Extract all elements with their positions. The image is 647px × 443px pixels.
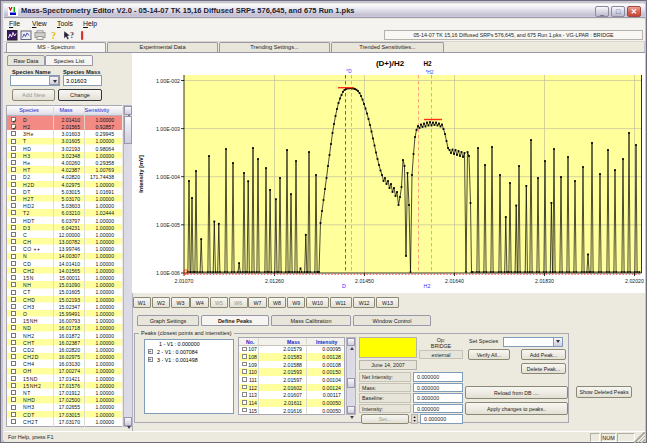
svg-text:2.01830: 2.01830: [535, 278, 554, 284]
svg-text:(D+)/H2: (D+)/H2: [376, 59, 405, 68]
svg-text:D: D: [342, 283, 346, 289]
svg-text:2.01450: 2.01450: [355, 278, 374, 284]
svg-text:2.01260: 2.01260: [265, 278, 284, 284]
svg-text:2.01640: 2.01640: [445, 278, 464, 284]
svg-text:*D: *D: [346, 69, 352, 74]
svg-text:1.00E-004: 1.00E-004: [156, 174, 180, 180]
svg-text:1.00E-006: 1.00E-006: [156, 270, 180, 276]
svg-text:2.02020: 2.02020: [625, 278, 644, 284]
svg-text:?: ?: [70, 31, 74, 40]
svg-text:?: ?: [51, 30, 56, 41]
svg-text:1.00E-005: 1.00E-005: [156, 222, 180, 228]
svg-text:1.00E-002: 1.00E-002: [156, 78, 180, 84]
svg-text:2.01070: 2.01070: [175, 278, 194, 284]
svg-text:H2: H2: [424, 283, 431, 289]
svg-text:1.00E-003: 1.00E-003: [156, 126, 180, 132]
svg-text:H2: H2: [423, 60, 432, 67]
svg-text:*H2: *H2: [426, 70, 434, 75]
svg-text:Intensity [mV]: Intensity [mV]: [138, 155, 144, 193]
